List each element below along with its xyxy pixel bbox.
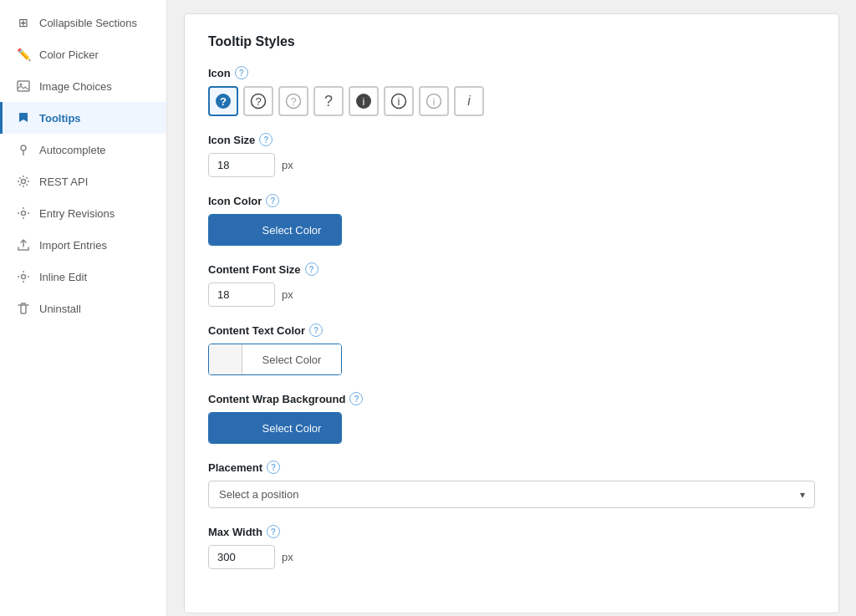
placement-label: Placement ? [208, 461, 815, 474]
icon-option-q-filled[interactable]: ? [208, 86, 238, 116]
max-width-help-icon[interactable]: ? [267, 525, 280, 538]
content-font-size-field-group: Content Font Size ? px [208, 262, 815, 307]
svg-text:?: ? [220, 95, 227, 108]
content-wrap-bg-button[interactable]: Select Color [208, 412, 342, 444]
bookmark-icon [16, 110, 31, 125]
max-width-unit: px [282, 551, 293, 563]
icon-color-help-icon[interactable]: ? [266, 194, 279, 207]
icon-label: Icon ? [208, 66, 815, 79]
icon-color-label: Icon Color ? [208, 194, 815, 207]
sidebar-item-tooltips[interactable]: Tooltips [0, 102, 166, 134]
inline-edit-icon [16, 269, 31, 284]
placement-field-group: Placement ? Select a position Top Bottom… [208, 461, 815, 508]
sidebar-item-uninstall[interactable]: Uninstall [0, 293, 166, 324]
content-wrap-bg-help-icon[interactable]: ? [349, 392, 363, 405]
icon-option-i-italic[interactable]: i [454, 86, 484, 116]
placement-select[interactable]: Select a position Top Bottom Left Right [208, 481, 815, 508]
content-font-size-label: Content Font Size ? [208, 262, 815, 276]
max-width-input[interactable] [208, 545, 275, 569]
grid-icon: ⊞ [16, 15, 31, 30]
icon-size-input[interactable] [208, 153, 275, 177]
sidebar-item-image-choices[interactable]: Image Choices [0, 70, 166, 102]
icon-size-label: Icon Size ? [208, 133, 815, 146]
placement-help-icon[interactable]: ? [267, 461, 280, 474]
icon-option-i-solid[interactable]: i [349, 86, 379, 116]
svg-point-1 [20, 84, 23, 86]
content-font-size-input[interactable] [208, 283, 275, 307]
gear-icon [16, 174, 31, 189]
svg-text:?: ? [255, 95, 261, 108]
icon-color-label-text: Select Color [242, 215, 341, 245]
sidebar-item-collapsible-sections[interactable]: ⊞ Collapsible Sections [0, 7, 166, 38]
sidebar: ⊞ Collapsible Sections ✏️ Color Picker I… [0, 0, 167, 616]
sidebar-item-rest-api[interactable]: REST API [0, 165, 166, 197]
svg-point-3 [22, 180, 26, 184]
icon-size-unit: px [282, 159, 293, 171]
settings-icon [16, 206, 31, 221]
content-font-size-unit: px [282, 288, 293, 301]
content-text-color-help-icon[interactable]: ? [309, 323, 323, 337]
icon-option-i-circle[interactable]: i [384, 86, 414, 116]
icon-help-icon[interactable]: ? [235, 66, 248, 79]
content-text-color-swatch [209, 344, 242, 374]
main-content: Tooltip Styles Icon ? ? ? [167, 0, 856, 616]
content-text-color-button[interactable]: Select Color [208, 344, 342, 375]
content-wrap-bg-label-text: Select Color [242, 413, 341, 443]
card-title: Tooltip Styles [208, 34, 815, 49]
upload-icon [16, 237, 31, 252]
sidebar-item-autocomplete[interactable]: Autocomplete [0, 134, 166, 165]
trash-icon [16, 301, 31, 316]
svg-rect-0 [18, 81, 29, 91]
content-wrap-bg-swatch [209, 413, 242, 443]
icon-color-field-group: Icon Color ? Select Color [208, 194, 815, 246]
sidebar-item-entry-revisions[interactable]: Entry Revisions [0, 197, 166, 229]
icon-option-q-circle[interactable]: ? [243, 86, 273, 116]
icon-option-q-outline[interactable]: ? [278, 86, 308, 116]
max-width-row: px [208, 545, 815, 569]
sidebar-item-inline-edit[interactable]: Inline Edit [0, 261, 166, 293]
image-icon [16, 79, 31, 94]
svg-text:i: i [433, 95, 436, 108]
pencil-icon: ✏️ [16, 47, 31, 62]
max-width-field-group: Max Width ? px [208, 525, 815, 569]
svg-point-5 [22, 275, 26, 279]
svg-text:?: ? [290, 95, 296, 108]
icon-color-swatch [209, 215, 242, 245]
sidebar-item-color-picker[interactable]: ✏️ Color Picker [0, 38, 166, 70]
icon-color-button[interactable]: Select Color [208, 214, 342, 246]
content-wrap-bg-field-group: Content Wrap Background ? Select Color [208, 392, 815, 444]
svg-point-2 [21, 145, 26, 150]
content-text-color-label-text: Select Color [242, 344, 341, 374]
svg-text:i: i [363, 95, 365, 108]
icon-option-q-plain[interactable]: ? [313, 86, 344, 116]
content-font-size-help-icon[interactable]: ? [305, 262, 318, 276]
content-wrap-bg-label: Content Wrap Background ? [208, 392, 815, 405]
icon-field-group: Icon ? ? ? [208, 66, 815, 116]
icon-size-field-group: Icon Size ? px [208, 133, 815, 177]
icon-option-i-outline[interactable]: i [419, 86, 449, 116]
content-text-color-label: Content Text Color ? [208, 323, 815, 337]
placement-select-wrapper: Select a position Top Bottom Left Right … [208, 481, 815, 508]
tooltip-styles-card: Tooltip Styles Icon ? ? ? [184, 13, 839, 613]
content-text-color-field-group: Content Text Color ? Select Color [208, 323, 815, 375]
icon-size-row: px [208, 153, 815, 177]
content-font-size-row: px [208, 283, 815, 307]
max-width-label: Max Width ? [208, 525, 815, 538]
svg-point-4 [22, 211, 26, 216]
icon-picker: ? ? ? ? [208, 86, 815, 116]
icon-size-help-icon[interactable]: ? [259, 133, 273, 146]
svg-text:i: i [398, 95, 400, 108]
pin-icon [16, 142, 31, 157]
sidebar-item-import-entries[interactable]: Import Entries [0, 229, 166, 261]
